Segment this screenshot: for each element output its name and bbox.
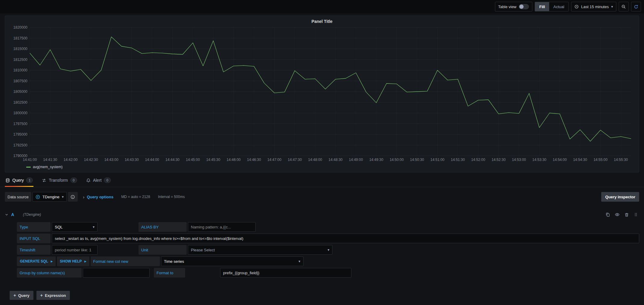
query-editor-form: Type SQL ▾ ALIAS BY INPUT SQL Timeshift … xyxy=(5,220,639,278)
panel-title[interactable]: Panel Title xyxy=(9,17,635,25)
svg-text:1790000: 1790000 xyxy=(13,154,27,158)
query-row-header[interactable]: A (TDengine) xyxy=(5,209,639,220)
svg-text:14:46:00: 14:46:00 xyxy=(227,158,241,162)
drag-handle-icon[interactable] xyxy=(634,212,638,217)
svg-text:14:46:30: 14:46:30 xyxy=(247,158,261,162)
datasource-row: Data source TDengine ▾ › Query options M… xyxy=(5,192,639,202)
legend: avg(mem_system) xyxy=(9,164,635,170)
tab-query[interactable]: Query 1 xyxy=(5,174,33,187)
unit-select-placeholder: Please Select xyxy=(191,248,215,252)
add-query-label: Query xyxy=(18,293,30,298)
show-help-label: SHOW HELP xyxy=(60,259,82,263)
generate-sql-button[interactable]: GENERATE SQL ▸ xyxy=(17,256,56,266)
table-view-switch[interactable] xyxy=(519,4,529,9)
database-icon xyxy=(5,178,10,183)
add-query-button[interactable]: + Query xyxy=(10,291,33,300)
svg-text:1797500: 1797500 xyxy=(13,122,27,126)
svg-text:14:41:30: 14:41:30 xyxy=(43,158,57,162)
svg-text:1805000: 1805000 xyxy=(13,90,27,94)
svg-text:14:50:30: 14:50:30 xyxy=(410,158,424,162)
interval-text: Interval = 500ms xyxy=(158,195,185,199)
input-sql-input[interactable] xyxy=(52,234,639,243)
svg-text:14:53:30: 14:53:30 xyxy=(532,158,546,162)
tab-transform[interactable]: Transform 0 xyxy=(41,174,77,187)
zoom-out-icon xyxy=(621,5,626,9)
svg-text:1820000: 1820000 xyxy=(13,25,27,30)
svg-text:14:48:30: 14:48:30 xyxy=(328,158,343,162)
alias-by-input[interactable] xyxy=(188,222,256,232)
datasource-picker[interactable]: TDengine ▾ xyxy=(33,192,67,202)
group-by-row: Group by column name(s) Format to xyxy=(17,268,639,278)
svg-text:14:50:00: 14:50:00 xyxy=(390,158,404,162)
chart-plot[interactable]: 1790000179250017950001797500180000018025… xyxy=(9,25,635,164)
series-legend-label[interactable]: avg(mem_system) xyxy=(33,165,63,169)
svg-text:14:44:30: 14:44:30 xyxy=(166,158,180,162)
unit-select[interactable]: Please Select ▾ xyxy=(188,245,332,255)
svg-text:14:43:30: 14:43:30 xyxy=(125,158,139,162)
format-select[interactable]: Time series ▾ xyxy=(161,256,303,266)
type-label: Type xyxy=(17,222,51,232)
svg-text:14:42:00: 14:42:00 xyxy=(64,158,78,162)
format-row: GENERATE SQL ▸ SHOW HELP ▸ Format new co… xyxy=(17,256,639,266)
table-view-toggle-group[interactable]: Table view xyxy=(495,2,533,11)
svg-text:1817500: 1817500 xyxy=(13,36,27,40)
svg-text:14:54:00: 14:54:00 xyxy=(553,158,567,162)
format-label: Format new col new xyxy=(91,256,160,266)
query-options-link[interactable]: Query options xyxy=(87,195,114,199)
datasource-name: TDengine xyxy=(42,195,59,199)
add-expression-button[interactable]: + Expression xyxy=(36,291,70,300)
show-help-button[interactable]: SHOW HELP ▸ xyxy=(57,256,89,266)
datasource-info-button[interactable] xyxy=(68,192,78,202)
submenu-caret-icon: ▸ xyxy=(51,259,53,263)
svg-text:14:41:00: 14:41:00 xyxy=(23,158,37,162)
zoom-out-button[interactable] xyxy=(619,2,629,11)
tdengine-logo-icon xyxy=(36,195,40,199)
actual-option[interactable]: Actual xyxy=(549,2,568,11)
svg-text:1807500: 1807500 xyxy=(13,79,27,83)
chevron-down-icon: ▾ xyxy=(299,259,300,263)
table-view-label: Table view xyxy=(498,5,517,9)
svg-text:1800000: 1800000 xyxy=(13,111,27,115)
tab-transform-label: Transform xyxy=(49,178,68,183)
fill-option[interactable]: Fill xyxy=(535,2,549,11)
timeshift-label: Timeshift xyxy=(17,245,51,255)
fill-actual-group: Fill Actual xyxy=(535,2,569,11)
editor-footer: + Query + Expression xyxy=(5,278,639,300)
delete-query-button[interactable] xyxy=(624,212,629,217)
duplicate-query-button[interactable] xyxy=(605,212,610,217)
svg-text:14:45:30: 14:45:30 xyxy=(206,158,220,162)
group-by-input[interactable] xyxy=(83,268,150,278)
input-sql-label: INPUT SQL xyxy=(17,234,51,243)
svg-text:14:49:00: 14:49:00 xyxy=(349,158,363,162)
graph-panel: Panel Title 1790000179250017950001797500… xyxy=(5,16,639,172)
chevron-down-icon: ▾ xyxy=(611,5,613,9)
refresh-button[interactable] xyxy=(631,2,641,11)
svg-text:1815000: 1815000 xyxy=(13,47,27,51)
svg-text:14:51:30: 14:51:30 xyxy=(451,158,465,162)
svg-text:1810000: 1810000 xyxy=(13,68,27,72)
chevron-down-icon: ▾ xyxy=(62,195,64,199)
svg-text:14:48:00: 14:48:00 xyxy=(308,158,322,162)
time-range-picker[interactable]: Last 15 minutes ▾ xyxy=(571,2,616,11)
editor-tabs: Query 1 Transform 0 Alert 0 xyxy=(0,174,644,187)
svg-text:14:43:00: 14:43:00 xyxy=(104,158,118,162)
format-to-input[interactable] xyxy=(220,268,351,278)
tab-alert[interactable]: Alert 0 xyxy=(86,174,111,187)
collapse-chevron-icon[interactable] xyxy=(5,213,8,216)
chevron-down-icon: ▾ xyxy=(93,225,95,229)
timeshift-input[interactable] xyxy=(52,245,98,255)
datasource-label: Data source xyxy=(5,192,31,202)
toggle-visibility-button[interactable] xyxy=(615,212,620,217)
svg-text:14:55:00: 14:55:00 xyxy=(593,158,608,162)
query-ref-id[interactable]: A xyxy=(11,212,14,217)
svg-text:14:51:00: 14:51:00 xyxy=(431,158,445,162)
query-actions xyxy=(605,212,639,217)
query-datasource-hint: (TDengine) xyxy=(23,212,41,217)
trash-icon xyxy=(624,212,629,217)
plus-icon: + xyxy=(40,293,43,298)
tab-alert-label: Alert xyxy=(93,178,102,183)
query-inspector-button[interactable]: Query inspector xyxy=(601,192,639,202)
type-select[interactable]: SQL ▾ xyxy=(52,222,98,232)
query-options-chevron-icon[interactable]: › xyxy=(83,194,85,200)
svg-text:1795000: 1795000 xyxy=(13,132,27,137)
